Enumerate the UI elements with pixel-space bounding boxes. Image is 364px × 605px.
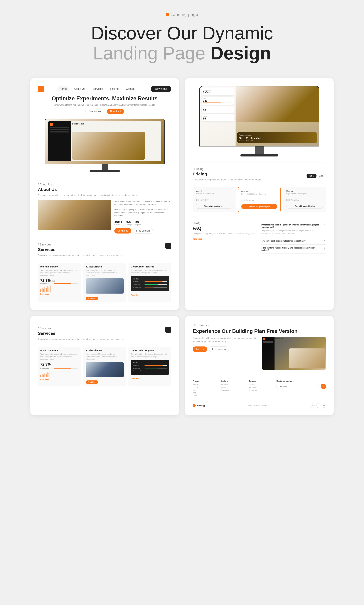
faq-toggle-1[interactable]: + xyxy=(323,239,326,242)
about-desc: Discover our core values and commitment … xyxy=(38,193,171,197)
footer-link-terms[interactable]: Terms xyxy=(247,405,252,407)
product-link-1[interactable]: Features xyxy=(193,386,218,388)
about-text-1: We are dedicated to delivering innovativ… xyxy=(114,200,171,206)
footer-newsletter-title: Customer support xyxy=(276,380,326,382)
faq-toggle-0[interactable]: − xyxy=(323,224,326,227)
company-link-0[interactable]: Services xyxy=(248,384,273,386)
faq-item-0: What features does the platform offer fo… xyxy=(261,221,326,237)
card3-service-0-readmore[interactable]: Read More xyxy=(40,378,49,380)
c3-pt-1 xyxy=(144,365,167,366)
plan-1-btn[interactable]: Start with a quarterly plan xyxy=(241,204,278,209)
card3-mini-chart xyxy=(40,371,78,377)
footer-link-privacy[interactable]: Privacy xyxy=(254,405,260,407)
stat-0-label: Projects xyxy=(114,224,122,226)
hero-free-btn[interactable]: Free version xyxy=(85,109,105,114)
company-link-2[interactable]: Contact Us xyxy=(248,389,273,391)
product-link-2[interactable]: About xyxy=(193,389,218,391)
social-linkedin[interactable]: in xyxy=(322,403,326,408)
faq-toggle-2[interactable]: + xyxy=(323,247,326,250)
card3-stat-0-value: 72.3% xyxy=(40,362,78,366)
plan-2-btn[interactable]: Start with a monthly plan xyxy=(286,204,323,209)
card3-services-desc: Comprehensive construction workflow, bet… xyxy=(38,337,124,341)
card3-service-0: Project Summary Track construction proje… xyxy=(38,347,81,386)
nav-pricing[interactable]: Pricing xyxy=(108,86,121,91)
dashboard: Transactions 3 Oct Total 346 xyxy=(200,86,319,146)
footer-col-company: Company Services Our Team Contact Us xyxy=(248,380,273,397)
stat-box-2: Total 346 xyxy=(202,97,234,105)
footer-col-explore-title: Explore xyxy=(221,380,245,382)
about-download-btn[interactable]: Download xyxy=(114,228,131,233)
c3-bar-3 xyxy=(43,374,44,377)
explore-link-0[interactable]: Resources xyxy=(221,384,245,386)
faq-item-2: Is the platform mobile-friendly and acce… xyxy=(261,245,326,254)
prog-lbl-2: Construction xyxy=(133,284,143,285)
exp-free-btn[interactable]: Free version xyxy=(209,347,229,352)
footer-social: f t in xyxy=(310,403,326,408)
company-link-1[interactable]: Our Team xyxy=(248,386,273,388)
hero-download-btn[interactable]: Download xyxy=(107,109,124,114)
monitor-stand xyxy=(255,146,264,154)
footer-logo-text: SomeApp xyxy=(197,405,205,407)
footer-send-btn[interactable]: → xyxy=(321,384,326,389)
bar-1 xyxy=(40,289,41,292)
toggle-sale[interactable]: Sale xyxy=(307,174,316,178)
sidebar-item-4 xyxy=(50,132,69,133)
product-link-4[interactable]: Contact xyxy=(193,395,218,396)
service-2-title: Construction Progress xyxy=(131,266,169,268)
card3-stat-0: 72.3% xyxy=(40,362,78,366)
exp-image: Building Plan xyxy=(262,337,326,370)
product-link-0[interactable]: Pricing xyxy=(193,384,218,386)
plan-0-period: Payment of 98$/monthly xyxy=(196,193,233,194)
overlay-val-2: 66 xyxy=(246,137,249,140)
service-0-desc: Track construction project advancements … xyxy=(40,269,78,277)
overlay-stats: 60 Minutes 66 Hours Installe xyxy=(239,137,315,141)
monitor-base xyxy=(90,170,120,172)
footer-grid: Product Pricing Features About Blog Cont… xyxy=(193,380,326,397)
overlay-lbl-3: 154 xyxy=(251,140,261,141)
faq-read-more[interactable]: Read More xyxy=(193,238,202,240)
services-label: / Services xyxy=(38,243,124,246)
service-2-readmore[interactable]: Read More xyxy=(131,294,139,296)
explore-link-2[interactable]: Downloads xyxy=(221,389,245,391)
about-title: About Us xyxy=(38,187,171,192)
about-free-btn[interactable]: Free version xyxy=(133,228,153,233)
monitor-base xyxy=(240,154,278,156)
dashboard-left: Transactions 3 Oct Total 346 xyxy=(200,86,235,146)
social-facebook[interactable]: f xyxy=(310,403,314,408)
toggle-add[interactable]: Add xyxy=(316,174,326,178)
card2: Transactions 3 Oct Total 346 xyxy=(185,78,334,310)
nav-home[interactable]: Home xyxy=(57,86,69,91)
service-1-readmore[interactable]: Read More xyxy=(86,296,98,300)
about-image xyxy=(38,200,111,230)
services-menu-btn[interactable]: ⋯ xyxy=(165,243,171,249)
nav-about[interactable]: About Us xyxy=(72,86,87,91)
product-link-3[interactable]: Blog xyxy=(193,392,218,394)
social-twitter[interactable]: t xyxy=(316,403,320,408)
card1-nav: Home About Us Services Pricing Contact D… xyxy=(38,86,171,92)
explore-link-1[interactable]: About Us xyxy=(221,386,245,388)
download-button[interactable]: Download xyxy=(151,86,171,92)
footer-email-input[interactable] xyxy=(276,384,319,389)
big-monitor: Transactions 3 Oct Total 346 xyxy=(199,86,319,156)
overlay-title: Planned progress xyxy=(239,134,315,136)
card3-services-label: / Services xyxy=(38,327,124,330)
card3-service-0-desc: Track construction project advancements … xyxy=(40,353,78,360)
pricing-cards: Monthly Payment of 98$/monthly 98$ /mont… xyxy=(193,187,326,212)
card3-service-2-readmore[interactable]: Read More xyxy=(131,378,139,380)
prog-lbl-1: Milestone xyxy=(133,281,143,283)
card3-service-2: Construction Progress Stay updated on mi… xyxy=(129,347,171,386)
plan-0-btn[interactable]: Start with a monthly plan xyxy=(196,204,233,209)
nav-services[interactable]: Services xyxy=(91,86,105,91)
pricing-toggle: Sale Add xyxy=(307,174,326,178)
card3-menu-btn[interactable]: ⋯ xyxy=(165,327,171,333)
card3-service-1-readmore[interactable]: Read More xyxy=(86,380,98,384)
footer-link-cookies[interactable]: Cookies xyxy=(262,405,268,407)
hero-cta-row: Free version Download xyxy=(38,109,171,114)
service-0-readmore[interactable]: Read More xyxy=(40,293,49,295)
c3-bar-5 xyxy=(46,373,47,377)
nav-contact[interactable]: Contact xyxy=(124,86,137,91)
exp-try-btn[interactable]: Try now xyxy=(193,347,207,352)
big-monitor-screen: Transactions 3 Oct Total 346 xyxy=(199,86,319,146)
bar-3 xyxy=(43,289,44,292)
c3-pl-2: Construction xyxy=(133,367,143,369)
